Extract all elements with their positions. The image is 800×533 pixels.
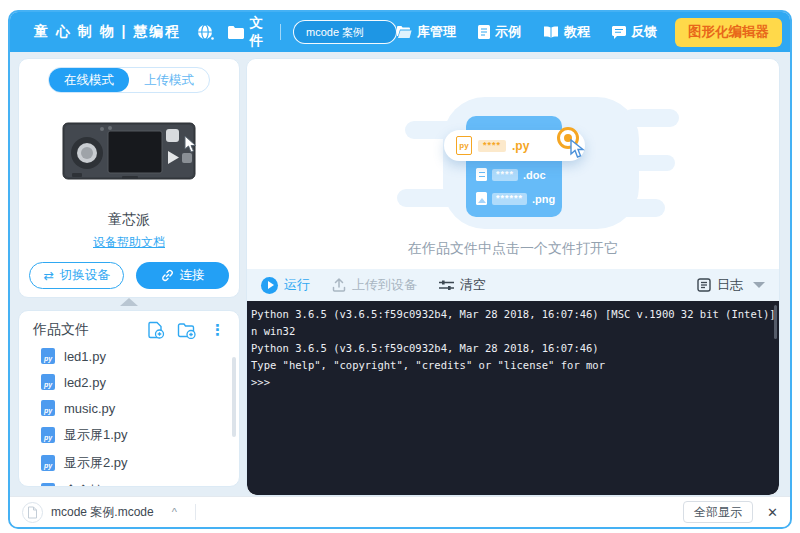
file-list: py led1.py py led2.py py music.py py 显示屏… [19, 343, 239, 487]
log-label: 日志 [717, 276, 743, 294]
project-name-input[interactable] [293, 20, 397, 44]
tab-upload-mode[interactable]: 上传模式 [129, 68, 209, 92]
python-file-icon: py [41, 455, 55, 471]
open-file-name: mcode 案例.mcode [51, 504, 154, 521]
switch-device-label: 切换设备 [60, 267, 110, 284]
file-menu[interactable]: 文件 [228, 14, 268, 50]
console-line: Python 3.6.5 (v3.6.5:f59c0932b4, Mar 28 … [251, 340, 779, 357]
file-chip-caret-icon[interactable]: ^ [172, 506, 177, 518]
play-icon [261, 277, 278, 294]
clear-label: 清空 [460, 276, 486, 294]
show-all-button[interactable]: 全部显示 [683, 501, 753, 523]
connect-label: 连接 [180, 267, 205, 284]
run-label: 运行 [284, 276, 310, 294]
nav-feedback-label: 反馈 [631, 23, 657, 41]
python-file-icon: py [41, 400, 55, 416]
py-badge: py [44, 432, 52, 443]
python-file-icon: py [41, 374, 55, 390]
cloud-blob [623, 109, 679, 127]
file-row[interactable]: py 贪食蛇.py [19, 477, 239, 487]
device-image [62, 119, 196, 187]
file-row[interactable]: py led2.py [19, 369, 239, 395]
brand-logo: 童 心 制 物 | 慧编程 [34, 23, 181, 41]
upload-label: 上传到设备 [352, 276, 417, 294]
new-folder-icon[interactable] [177, 322, 196, 339]
python-file-icon: py [41, 348, 55, 364]
python-file-icon: py [41, 483, 55, 487]
cloud-blob [631, 155, 675, 171]
files-menu-kebab-icon[interactable]: ⋮ [208, 323, 227, 337]
link-icon [161, 269, 174, 282]
nav-library[interactable]: 库管理 [397, 23, 456, 41]
book-icon [543, 26, 559, 39]
illustration-cursor-icon [569, 139, 585, 163]
editor-panel: **** .doc ****** .png py **** .py 在作品文件中… [246, 58, 780, 496]
run-button[interactable]: 运行 [261, 276, 310, 294]
nav-feedback[interactable]: 反馈 [612, 23, 657, 41]
illustration-png-row: ****** .png [476, 192, 555, 205]
nav-examples-label: 示例 [495, 23, 521, 41]
open-file-chip[interactable]: mcode 案例.mcode [22, 502, 154, 523]
log-toggle[interactable]: 日志 [697, 276, 743, 294]
image-file-icon [476, 192, 487, 205]
files-scrollbar[interactable] [232, 357, 236, 437]
file-row[interactable]: py 显示屏1.py [19, 421, 239, 449]
file-name: 显示屏2.py [64, 454, 128, 472]
graphical-editor-button[interactable]: 图形化编辑器 [675, 18, 782, 47]
python-file-icon: py [41, 427, 55, 443]
project-files-panel: 作品文件 ⋮ py led1.py py led2.py py [18, 310, 240, 487]
tab-online-mode[interactable]: 在线模式 [49, 68, 129, 92]
console-line: Type "help", "copyright", "credits" or "… [251, 357, 779, 374]
nav-examples[interactable]: 示例 [478, 23, 521, 41]
file-name: 贪食蛇.py [64, 482, 120, 487]
folder-icon [228, 26, 244, 39]
nav-tutorials[interactable]: 教程 [543, 23, 590, 41]
py-badge: py [44, 460, 52, 471]
file-row[interactable]: py music.py [19, 395, 239, 421]
file-name: music.py [64, 401, 115, 416]
py-mask: **** [478, 140, 506, 152]
file-name: led1.py [64, 349, 106, 364]
console-output[interactable]: Python 3.6.5 (v3.6.5:f59c0932b4, Mar 28 … [247, 301, 779, 495]
connect-button[interactable]: 连接 [136, 262, 229, 289]
upload-to-device-button[interactable]: 上传到设备 [332, 276, 417, 294]
upload-icon [332, 278, 346, 292]
py-badge: py [44, 379, 52, 390]
file-icon [22, 502, 43, 523]
file-row[interactable]: py led1.py [19, 343, 239, 369]
console-line: n win32 [251, 323, 779, 340]
console-line: Python 3.6.5 (v3.6.5:f59c0932b4, Mar 28 … [251, 306, 779, 323]
panel-collapse-caret[interactable] [120, 298, 138, 306]
nav-tutorials-label: 教程 [564, 23, 590, 41]
new-file-icon[interactable] [147, 321, 165, 339]
switch-device-button[interactable]: ⇄ 切换设备 [29, 262, 124, 289]
topbar-divider [280, 24, 281, 40]
clear-button[interactable]: 清空 [439, 276, 486, 294]
py-badge: py [44, 405, 52, 416]
doc-label: .doc [523, 169, 546, 181]
illustration-doc-row: **** .doc [476, 168, 546, 181]
py-badge: py [44, 353, 52, 364]
file-menu-label: 文件 [249, 14, 268, 50]
doc-file-icon [476, 168, 487, 181]
nav-library-label: 库管理 [417, 23, 456, 41]
file-row[interactable]: py 显示屏2.py [19, 449, 239, 477]
log-icon [697, 278, 711, 292]
mode-tabs: 在线模式 上传模式 [48, 67, 210, 93]
console-collapse-caret-icon[interactable] [753, 282, 765, 288]
device-panel: 在线模式 上传模式 童芯派 设备帮助文档 [18, 58, 240, 298]
console-scrollbar[interactable] [774, 305, 777, 339]
library-icon [397, 26, 412, 38]
app-window: 童 心 制 物 | 慧编程 文件 库管理 示例 [8, 10, 792, 529]
console-line: >>> [251, 374, 779, 391]
language-globe-icon[interactable] [197, 24, 214, 41]
top-bar: 童 心 制 物 | 慧编程 文件 库管理 示例 [10, 12, 790, 52]
bottom-bar: mcode 案例.mcode ^ 全部显示 ✕ [10, 496, 790, 527]
feedback-icon [612, 26, 626, 39]
device-help-link[interactable]: 设备帮助文档 [19, 234, 239, 251]
close-icon[interactable]: ✕ [767, 505, 778, 520]
png-mask: ****** [492, 193, 527, 205]
png-label: .png [532, 193, 555, 205]
py-file-icon: py [456, 136, 472, 155]
empty-state-stage: **** .doc ****** .png py **** .py 在作品文件中… [247, 59, 779, 269]
